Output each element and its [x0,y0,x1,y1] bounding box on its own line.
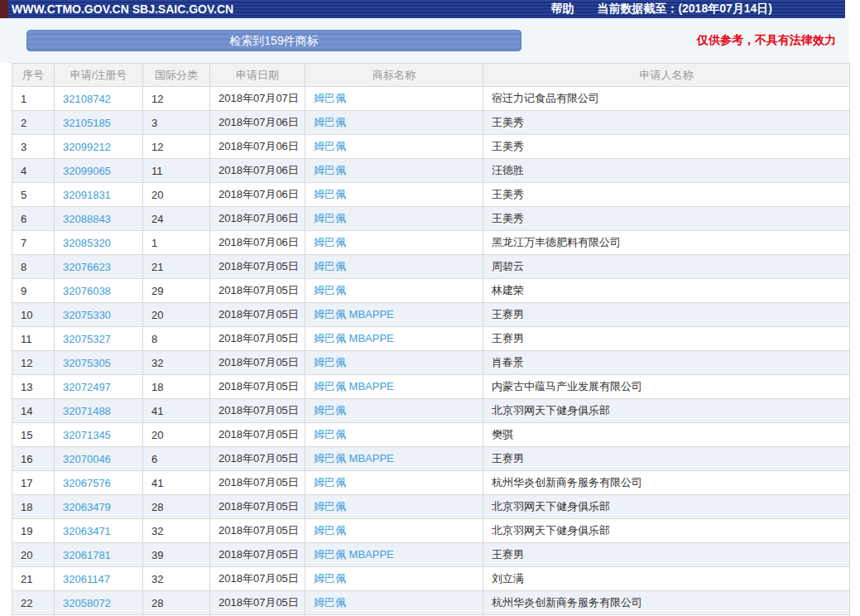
cell-registration-no[interactable]: 32099065 [55,159,143,183]
cell-registration-no[interactable]: 32061781 [55,543,143,567]
cell-registration-no[interactable]: 32105185 [55,111,143,135]
cell-serial-no: 18 [12,495,55,519]
cell-intl-class: 28 [143,495,210,519]
results-count-button[interactable]: 检索到159件商标 [26,30,521,51]
cell-registration-no[interactable]: 32076038 [55,279,143,303]
cell-registration-no[interactable]: 32058072 [55,591,143,615]
top-bar: WWW.CTMO.GOV.CN SBJ.SAIC.GOV.CN 帮助 当前数据截… [0,0,845,18]
cell-registration-no[interactable]: 32061147 [55,567,143,591]
cell-trademark-name[interactable]: 姆巴佩 [305,567,483,591]
cell-trademark-name[interactable]: 姆巴佩 MBAPPE [305,375,483,399]
cell-registration-no[interactable]: 32075330 [55,303,143,327]
cell-trademark-name[interactable]: 姆巴佩 [305,279,483,303]
table-row: 1832063479282018年07月05日姆巴佩北京羽网天下健身俱乐部 [12,495,850,519]
cell-intl-class: 32 [143,567,210,591]
cell-intl-class: 8 [143,327,210,351]
table-row: 332099212122018年07月06日姆巴佩王美秀 [12,135,850,159]
cell-application-date: 2018年07月06日 [210,111,305,135]
cell-trademark-name[interactable]: 姆巴佩 [305,351,483,375]
cell-registration-no[interactable]: 32076623 [55,255,143,279]
cell-trademark-name[interactable]: 姆巴佩 [305,159,483,183]
cell-serial-no: 3 [12,135,55,159]
table-row: 2232058072282018年07月05日姆巴佩杭州华炎创新商务服务有限公司 [12,591,850,615]
cell-applicant-name: 王美秀 [483,111,850,135]
help-link[interactable]: 帮助 [550,2,574,17]
cell-serial-no: 14 [12,399,55,423]
cell-trademark-name[interactable]: 姆巴佩 MBAPPE [305,303,483,327]
table-row: 432099065112018年07月06日姆巴佩汪德胜 [12,159,850,183]
cell-trademark-name[interactable]: 姆巴佩 [305,183,483,207]
cell-intl-class: 32 [143,519,210,543]
cell-registration-no[interactable]: 32088843 [55,207,143,231]
table-header-col-no: 序号 [12,64,55,87]
cell-trademark-name[interactable]: 姆巴佩 [305,255,483,279]
cell-registration-no[interactable]: 32070046 [55,447,143,471]
cell-registration-no[interactable]: 32075327 [55,327,143,351]
data-cutoff-date: 当前数据截至：(2018年07月14日) [597,2,772,17]
table-row: 532091831202018年07月06日姆巴佩王美秀 [12,183,850,207]
table-row: 1332072497182018年07月05日姆巴佩 MBAPPE内蒙古中蕴马产… [12,375,850,399]
table-row: 2132061147322018年07月05日姆巴佩刘立满 [12,567,850,591]
cell-trademark-name[interactable]: 姆巴佩 MBAPPE [305,447,483,471]
cell-intl-class: 20 [143,423,210,447]
cell-registration-no[interactable]: 32108742 [55,87,143,111]
cell-intl-class: 18 [143,375,210,399]
cell-registration-no[interactable]: 32071488 [55,399,143,423]
cell-intl-class: 6 [143,447,210,471]
cell-application-date: 2018年07月05日 [210,447,305,471]
table-row: 2032061781392018年07月05日姆巴佩 MBAPPE王赛男 [12,543,850,567]
cell-serial-no: 8 [12,255,55,279]
cell-registration-no[interactable]: 32099212 [55,135,143,159]
cell-trademark-name[interactable]: 姆巴佩 MBAPPE [305,543,483,567]
cell-application-date: 2018年07月05日 [210,471,305,495]
table-row: 113207532782018年07月05日姆巴佩 MBAPPE王赛男 [12,327,850,351]
cell-trademark-name[interactable]: 姆巴佩 [305,87,483,111]
cell-applicant-name: 王美秀 [483,183,850,207]
cell-serial-no: 2 [12,111,55,135]
cell-application-date: 2018年07月06日 [210,231,305,255]
cell-application-date: 2018年07月05日 [210,255,305,279]
cell-registration-no[interactable]: 32072497 [55,375,143,399]
cell-registration-no[interactable]: 32091831 [55,183,143,207]
cell-intl-class: 41 [143,471,210,495]
cell-registration-no[interactable]: 32075305 [55,351,143,375]
cell-trademark-name[interactable]: 姆巴佩 [305,495,483,519]
cell-serial-no: 17 [12,471,55,495]
cell-applicant-name: 北京羽网天下健身俱乐部 [483,399,850,423]
cell-intl-class: 21 [143,255,210,279]
page: WWW.CTMO.GOV.CN SBJ.SAIC.GOV.CN 帮助 当前数据截… [0,0,860,616]
cell-trademark-name[interactable]: 姆巴佩 [305,135,483,159]
cell-intl-class: 29 [143,279,210,303]
table-row: 832076623212018年07月05日姆巴佩周碧云 [12,255,850,279]
cell-serial-no: 7 [12,231,55,255]
cell-trademark-name[interactable]: 姆巴佩 [305,207,483,231]
table-row: 1932063471322018年07月05日姆巴佩北京羽网天下健身俱乐部 [12,519,850,543]
table-row: 73208532012018年07月06日姆巴佩黑龙江万丰德肥料有限公司 [12,231,850,255]
cell-trademark-name[interactable]: 姆巴佩 [305,231,483,255]
table-header-col-trademark: 商标名称 [305,64,483,87]
cell-registration-no[interactable]: 32085320 [55,231,143,255]
cell-trademark-name[interactable]: 姆巴佩 [305,591,483,615]
table-row: 1432071488412018年07月05日姆巴佩北京羽网天下健身俱乐部 [12,399,850,423]
cell-registration-no[interactable]: 32071345 [55,423,143,447]
cell-serial-no: 9 [12,279,55,303]
cell-serial-no: 5 [12,183,55,207]
cell-application-date: 2018年07月05日 [210,303,305,327]
cell-trademark-name[interactable]: 姆巴佩 [305,423,483,447]
table-header-col-app-date: 申请日期 [210,64,305,87]
cell-trademark-name[interactable]: 姆巴佩 [305,399,483,423]
cell-intl-class: 1 [143,231,210,255]
cell-registration-no[interactable]: 32067576 [55,471,143,495]
cell-intl-class: 28 [143,591,210,615]
cell-serial-no: 13 [12,375,55,399]
cell-trademark-name[interactable]: 姆巴佩 MBAPPE [305,327,483,351]
cell-registration-no[interactable]: 32063479 [55,495,143,519]
cell-serial-no: 21 [12,567,55,591]
cell-trademark-name[interactable]: 姆巴佩 [305,111,483,135]
cell-applicant-name: 周碧云 [483,255,850,279]
cell-trademark-name[interactable]: 姆巴佩 [305,471,483,495]
cell-intl-class: 41 [143,399,210,423]
cell-applicant-name: 北京羽网天下健身俱乐部 [483,495,850,519]
cell-registration-no[interactable]: 32063471 [55,519,143,543]
cell-trademark-name[interactable]: 姆巴佩 [305,519,483,543]
